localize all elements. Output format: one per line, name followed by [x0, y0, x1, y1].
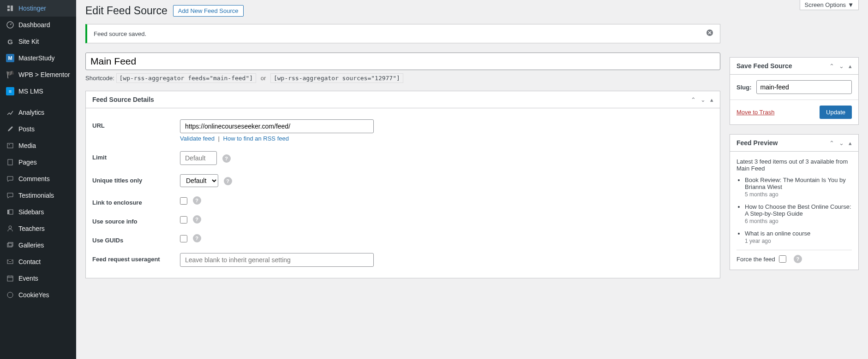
comments-icon — [6, 174, 15, 183]
limit-input[interactable] — [180, 151, 217, 165]
google-icon: G — [6, 37, 15, 46]
mslms-icon: ≡ — [6, 87, 15, 96]
page-title: Edit Feed Source — [85, 5, 168, 17]
sidebar-item-testimonials[interactable]: Testimonials — [0, 187, 76, 204]
preview-item: How to Choose the Best Online Course: A … — [745, 203, 852, 224]
panel-collapse-icon[interactable]: ▴ — [849, 140, 852, 147]
screen-options-toggle[interactable]: Screen Options ▼ — [800, 0, 859, 10]
help-icon[interactable]: ? — [193, 196, 201, 205]
sidebar-item-label: Pages — [18, 159, 37, 166]
sidebar-item-label: Teachers — [18, 225, 45, 232]
panel-collapse-icon[interactable]: ▴ — [849, 63, 852, 70]
sidebar-item-teachers[interactable]: Teachers — [0, 220, 76, 237]
sidebar-item-sitekit[interactable]: G Site Kit — [0, 33, 76, 50]
use-source-info-checkbox[interactable] — [180, 216, 187, 224]
link-enclosure-checkbox[interactable] — [180, 197, 187, 205]
pages-icon — [6, 158, 15, 167]
help-icon[interactable]: ? — [224, 177, 232, 185]
update-button[interactable]: Update — [820, 106, 852, 119]
preview-summary: Latest 3 feed items out of 3 available f… — [736, 158, 852, 172]
analytics-icon — [6, 108, 15, 117]
teachers-icon — [6, 224, 15, 233]
sidebar-item-sidebars[interactable]: Sidebars — [0, 204, 76, 220]
panel-title: Save Feed Source — [736, 62, 792, 70]
slug-label: Slug: — [736, 84, 752, 91]
svg-rect-1 — [7, 143, 13, 148]
link-separator: | — [218, 135, 220, 142]
panel-collapse-icon[interactable]: ▴ — [710, 96, 713, 103]
sidebar-item-media[interactable]: Media — [0, 137, 76, 154]
preview-item-ago: 1 year ago — [745, 238, 852, 244]
feed-url-input[interactable] — [180, 119, 374, 133]
sidebar-item-wpb-elementor[interactable]: 🏴 WPB > Elementor — [0, 66, 76, 83]
move-to-trash-link[interactable]: Move to Trash — [736, 109, 774, 116]
preview-item-ago: 5 months ago — [745, 191, 852, 198]
sidebar-item-mslms[interactable]: ≡ MS LMS — [0, 83, 76, 100]
sidebar-item-label: Analytics — [18, 109, 44, 116]
force-feed-label: Force the feed — [736, 256, 775, 263]
sidebar-item-masterstudy[interactable]: M MasterStudy — [0, 50, 76, 66]
sidebar-item-contact[interactable]: Contact — [0, 253, 76, 270]
panel-up-icon[interactable]: ⌃ — [829, 63, 834, 70]
dashboard-icon — [6, 20, 15, 29]
sidebar-item-pages[interactable]: Pages — [0, 154, 76, 171]
sidebar-item-label: Events — [18, 275, 38, 282]
feed-source-details-panel: Feed Source Details ⌃ ⌄ ▴ URL — [85, 91, 720, 278]
sidebar-item-galleries[interactable]: Galleries — [0, 237, 76, 253]
sidebar-item-analytics[interactable]: Analytics — [0, 104, 76, 121]
howto-rss-link[interactable]: How to find an RSS feed — [223, 135, 289, 142]
use-source-info-label: Use source info — [92, 215, 180, 225]
use-guids-checkbox[interactable] — [180, 235, 187, 242]
help-icon[interactable]: ? — [193, 234, 201, 242]
testimonials-icon — [6, 191, 15, 200]
add-new-feed-button[interactable]: Add New Feed Source — [173, 5, 244, 17]
panel-up-icon[interactable]: ⌃ — [691, 96, 696, 103]
feed-title-input[interactable] — [85, 53, 720, 70]
posts-icon — [6, 124, 15, 134]
sidebar-item-label: Galleries — [18, 241, 44, 249]
save-feed-source-panel: Save Feed Source ⌃ ⌄ ▴ Slug: Move to Tra… — [730, 57, 859, 125]
useragent-label: Feed request useragent — [92, 253, 180, 263]
sidebar-item-label: Media — [18, 142, 36, 149]
sidebar-item-label: Dashboard — [18, 21, 50, 29]
svg-point-6 — [9, 226, 12, 229]
preview-item-title: How to Choose the Best Online Course: A … — [745, 203, 852, 217]
screen-options-label: Screen Options — [805, 1, 846, 8]
media-icon — [6, 141, 15, 150]
help-icon[interactable]: ? — [193, 215, 201, 224]
shortcode-label: Shortcode: — [85, 75, 114, 82]
help-icon[interactable]: ? — [222, 154, 231, 163]
feed-preview-panel: Feed Preview ⌃ ⌄ ▴ Latest 3 feed items o… — [730, 134, 859, 270]
events-icon — [6, 274, 15, 283]
validate-feed-link[interactable]: Validate feed — [180, 135, 215, 142]
sidebars-icon — [6, 207, 15, 217]
panel-down-icon[interactable]: ⌄ — [700, 96, 706, 103]
sidebar-item-cookieyes[interactable]: CookieYes — [0, 287, 76, 303]
sidebar-item-dashboard[interactable]: Dashboard — [0, 17, 76, 33]
sidebar-item-events[interactable]: Events — [0, 270, 76, 287]
svg-point-2 — [9, 144, 10, 145]
sidebar-item-label: Testimonials — [18, 192, 54, 199]
dismiss-notice-button[interactable] — [706, 29, 713, 38]
panel-title: Feed Preview — [736, 139, 778, 147]
sidebar-item-label: MS LMS — [18, 88, 43, 95]
svg-rect-3 — [8, 159, 12, 165]
useragent-input[interactable] — [180, 253, 374, 267]
slug-input[interactable] — [756, 80, 852, 94]
shortcode-or: or — [261, 75, 266, 82]
svg-rect-10 — [7, 276, 13, 281]
force-feed-checkbox[interactable] — [779, 255, 786, 263]
panel-up-icon[interactable]: ⌃ — [829, 140, 834, 147]
sidebar-item-label: MasterStudy — [18, 54, 55, 62]
shortcode-code-1: [wp-rss-aggregator feeds="main-feed"] — [116, 73, 257, 83]
sidebar-item-comments[interactable]: Comments — [0, 171, 76, 187]
sidebar-item-posts[interactable]: Posts — [0, 121, 76, 137]
panel-down-icon[interactable]: ⌄ — [839, 63, 844, 70]
use-guids-label: Use GUIDs — [92, 234, 180, 244]
sidebar-item-hostinger[interactable]: Hostinger — [0, 0, 76, 17]
sidebar-item-label: Hostinger — [18, 5, 46, 12]
unique-titles-select[interactable]: Default — [180, 174, 218, 187]
limit-label: Limit — [92, 151, 180, 161]
panel-down-icon[interactable]: ⌄ — [839, 140, 844, 147]
help-icon[interactable]: ? — [794, 255, 802, 263]
